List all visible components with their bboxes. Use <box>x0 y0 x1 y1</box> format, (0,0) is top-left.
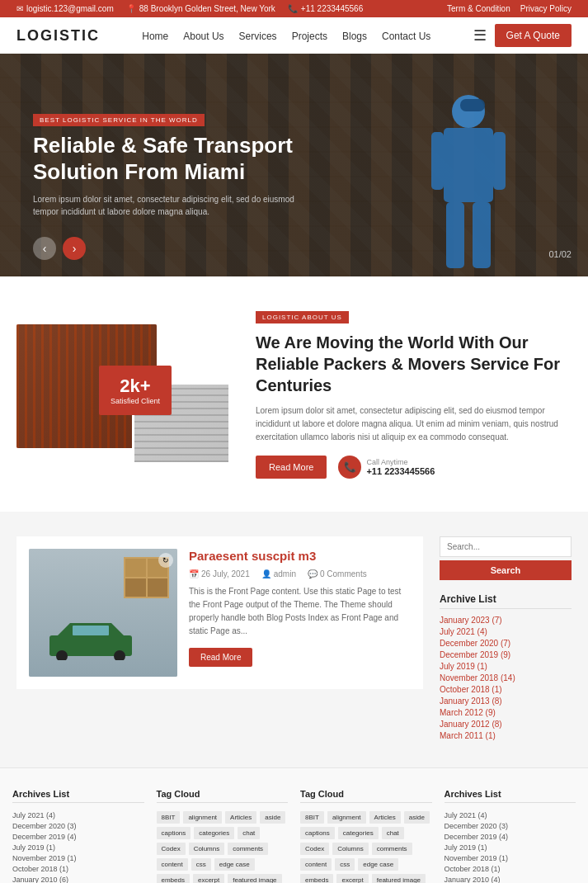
archive-link[interactable]: March 2011 (1) <box>440 731 496 740</box>
footer-archive-link[interactable]: July 2021 (4) <box>12 811 55 819</box>
footer-archive-link[interactable]: October 2018 (1) <box>12 865 68 873</box>
footer-tagcloud-title-1: Tag Cloud <box>157 789 289 803</box>
tag-item[interactable]: aside <box>260 811 285 824</box>
nav-home[interactable]: Home <box>142 31 168 42</box>
tag-item[interactable]: categories <box>194 827 234 839</box>
tag-item[interactable]: categories <box>338 827 379 839</box>
tag-item[interactable]: Codex <box>300 843 329 855</box>
archive-link[interactable]: December 2019 (9) <box>440 650 510 659</box>
footer-col-1: Archives List July 2021 (4) December 202… <box>12 789 144 883</box>
footer-archive-link[interactable]: December 2019 (4) <box>445 833 509 841</box>
footer-archive-list-1: July 2021 (4) December 2020 (3) December… <box>12 811 144 883</box>
tag-item[interactable]: Articles <box>225 811 256 824</box>
archive-link[interactable]: January 2023 (7) <box>440 616 502 625</box>
tag-item[interactable]: aside <box>404 811 430 824</box>
archive-link[interactable]: January 2013 (8) <box>440 696 502 706</box>
tag-item[interactable]: edge case <box>214 858 255 871</box>
top-bar-right: Term & Condition Privacy Policy <box>447 4 572 13</box>
list-item: November 2019 (1) <box>445 854 576 862</box>
call-label: Call Anytime <box>366 458 407 466</box>
top-bar-left: ✉ logistic.123@gmail.com 📍 88 Brooklyn G… <box>16 4 363 13</box>
tag-item[interactable]: comments <box>372 843 412 855</box>
nav-blogs[interactable]: Blogs <box>342 31 367 42</box>
archive-link[interactable]: July 2019 (1) <box>440 662 487 671</box>
list-item: July 2021 (4) <box>440 627 572 636</box>
badge-number: 2k+ <box>111 375 160 397</box>
archive-link[interactable]: December 2020 (7) <box>440 639 510 648</box>
footer-archive-link[interactable]: October 2018 (1) <box>445 865 501 873</box>
archive-link[interactable]: November 2018 (14) <box>440 673 515 682</box>
list-item: July 2021 (4) <box>445 811 576 819</box>
tag-item[interactable]: Columns <box>332 843 369 855</box>
footer-archives-title: Archives List <box>12 789 144 803</box>
archive-link[interactable]: March 2012 (9) <box>440 708 496 717</box>
search-button[interactable]: Search <box>440 560 572 580</box>
tag-item[interactable]: excerpt <box>336 874 368 883</box>
list-item: December 2019 (9) <box>440 650 572 659</box>
tag-item[interactable]: content <box>157 858 188 871</box>
hero-prev-button[interactable]: ‹ <box>33 237 56 260</box>
footer-archive-link[interactable]: July 2019 (1) <box>445 843 487 852</box>
menu-icon[interactable]: ☰ <box>473 26 487 45</box>
archive-link[interactable]: October 2018 (1) <box>440 685 502 694</box>
list-item: January 2010 (6) <box>12 876 144 883</box>
archive-link[interactable]: January 2012 (8) <box>440 720 502 729</box>
location-icon: 📍 <box>126 4 136 13</box>
tag-item[interactable]: alignment <box>327 811 366 824</box>
tag-item[interactable]: alignment <box>183 811 222 824</box>
nav-contact[interactable]: Contact Us <box>382 31 430 42</box>
tag-item[interactable]: css <box>335 858 355 871</box>
tag-item[interactable]: comments <box>228 843 268 855</box>
list-item: January 2010 (4) <box>445 876 576 883</box>
footer-archive-link[interactable]: July 2021 (4) <box>445 811 487 819</box>
hero-description: Lorem ipsum dolor sit amet, consectetur … <box>33 193 297 218</box>
tag-item[interactable]: css <box>191 858 211 871</box>
footer-archive-link[interactable]: December 2020 (3) <box>445 822 509 830</box>
sidebar: Search Archive List January 2023 (7) Jul… <box>440 536 572 743</box>
tag-item[interactable]: embeds <box>157 874 190 883</box>
about-read-more[interactable]: Read More <box>256 456 327 479</box>
tag-item[interactable]: embeds <box>300 874 333 883</box>
tag-item[interactable]: excerpt <box>193 874 224 883</box>
tag-item[interactable]: content <box>300 858 332 871</box>
terms-link[interactable]: Term & Condition <box>447 4 510 13</box>
footer-tag-cloud-1: 8BIT alignment Articles aside captions c… <box>157 811 289 883</box>
tag-item[interactable]: featured image <box>372 874 426 883</box>
svg-rect-11 <box>73 626 109 635</box>
tag-item[interactable]: 8BIT <box>157 811 181 824</box>
list-item: October 2018 (1) <box>445 865 576 873</box>
nav-links: Home About Us Services Projects Blogs Co… <box>142 30 430 42</box>
footer-archive-link[interactable]: November 2019 (1) <box>12 854 77 862</box>
blog-read-more[interactable]: Read More <box>189 648 252 667</box>
search-input[interactable] <box>440 536 572 557</box>
list-item: October 2018 (1) <box>12 865 144 873</box>
tag-item[interactable]: Articles <box>369 811 401 824</box>
tag-item[interactable]: featured image <box>228 874 281 883</box>
tag-item[interactable]: chat <box>382 827 404 839</box>
tag-item[interactable]: Columns <box>189 843 225 855</box>
footer-tag-cloud-2: 8BIT alignment Articles aside captions c… <box>300 811 432 883</box>
tag-item[interactable]: chat <box>238 827 260 839</box>
quote-button[interactable]: Get A Quote <box>495 24 572 47</box>
footer-archive-link[interactable]: July 2019 (1) <box>12 843 55 852</box>
tag-item[interactable]: 8BIT <box>300 811 324 824</box>
nav-services[interactable]: Services <box>239 31 277 42</box>
footer-archive-link[interactable]: January 2010 (6) <box>12 876 68 883</box>
privacy-link[interactable]: Privacy Policy <box>520 4 572 13</box>
nav-projects[interactable]: Projects <box>292 31 327 42</box>
footer-archive-link[interactable]: January 2010 (4) <box>445 876 501 883</box>
tag-item[interactable]: Codex <box>157 843 186 855</box>
archive-link[interactable]: July 2021 (4) <box>440 627 487 636</box>
nav-about[interactable]: About Us <box>183 31 223 42</box>
tag-item[interactable]: captions <box>300 827 335 839</box>
list-item: January 2023 (7) <box>440 616 572 625</box>
footer-archive-link[interactable]: November 2019 (1) <box>445 854 509 862</box>
tag-item[interactable]: edge case <box>358 858 398 871</box>
tag-item[interactable]: captions <box>157 827 191 839</box>
footer-archive-link[interactable]: December 2019 (4) <box>12 833 77 841</box>
footer-archive-link[interactable]: December 2020 (3) <box>12 822 77 830</box>
svg-rect-5 <box>473 202 491 268</box>
call-phone: +11 2233445566 <box>366 466 435 476</box>
about-text: LOGISTIC ABOUT US We Are Moving the Worl… <box>256 309 572 479</box>
hero-next-button[interactable]: › <box>63 237 86 260</box>
